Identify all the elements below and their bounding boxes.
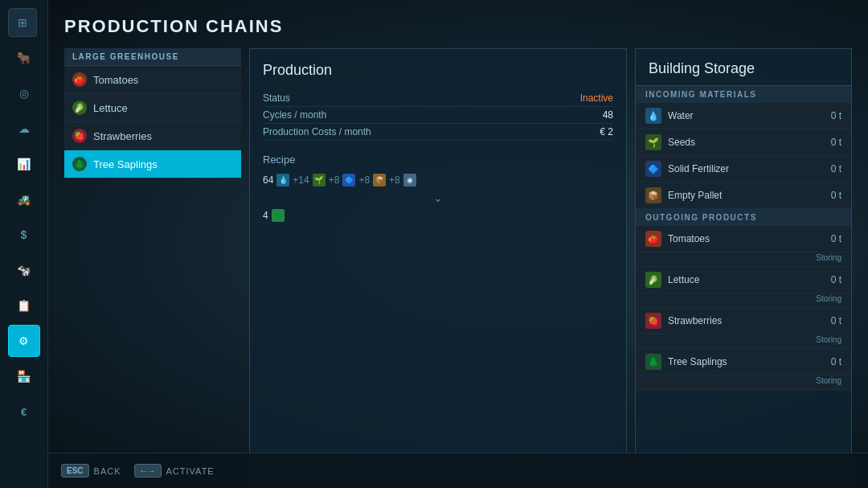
strawberries-out-value: 0 t: [831, 315, 841, 326]
recipe-arrow: ⌄: [263, 191, 613, 204]
sidebar-icon-contracts[interactable]: 📋: [8, 289, 40, 322]
ingredient-water-amount: 64: [263, 174, 273, 186]
strawberries-storing-label: Storing: [816, 335, 841, 344]
output-icon: 🌲: [272, 209, 285, 222]
strawberries-icon: 🍓: [72, 129, 87, 143]
costs-value: € 2: [600, 126, 613, 137]
strawberries-out-icon: 🍓: [645, 313, 661, 329]
outgoing-section: OUTGOING PRODUCTS 🍅 Tomatoes 0 t Storing…: [636, 209, 851, 390]
chain-item-lettuce[interactable]: 🥬 Lettuce: [64, 94, 241, 122]
chain-item-tomatoes[interactable]: 🍅 Tomatoes: [64, 66, 241, 94]
fertilizer-value: 0 t: [831, 163, 841, 174]
chain-label-tomatoes: Tomatoes: [93, 74, 138, 86]
saplings-storing-label: Storing: [816, 376, 841, 385]
production-title: Production: [263, 62, 613, 79]
chains-panel: LARGE GREENHOUSE 🍅 Tomatoes 🥬 Lettuce 🍓 …: [64, 48, 241, 488]
page-title: PRODUCTION CHAINS: [64, 16, 852, 37]
sidebar-icon-tractor[interactable]: 🚜: [8, 183, 40, 215]
output-amount: 4: [263, 210, 268, 221]
cycles-value: 48: [603, 109, 613, 121]
ingredient-plus-1: +14: [293, 174, 309, 186]
tomatoes-out-value: 0 t: [831, 233, 841, 244]
sidebar-icon-chart[interactable]: 📊: [8, 148, 40, 180]
saplings-out-value: 0 t: [831, 356, 841, 367]
storage-item-water: 💧 Water 0 t: [636, 103, 851, 129]
incoming-header: INCOMING MATERIALS: [636, 86, 851, 103]
seeds-name: Seeds: [668, 137, 831, 148]
corner-map-icon[interactable]: ⊞: [8, 8, 37, 37]
chain-item-strawberries[interactable]: 🍓 Strawberries: [64, 122, 241, 150]
saplings-out-name: Tree Saplings: [668, 356, 831, 367]
fertilizer-name: Solid Fertilizer: [668, 163, 831, 174]
storage-item-fertilizer: 🔷 Solid Fertilizer 0 t: [636, 156, 851, 182]
production-panel: Production Status Inactive Cycles / mont…: [249, 48, 627, 488]
lettuce-icon: 🥬: [72, 100, 87, 115]
tree-saplings-icon: 🌲: [72, 157, 87, 171]
sidebar: ◻ 🐂 ◎ ☁ 📊 🚜 $ 🐄 📋 ⚙ 🏪 €: [0, 0, 48, 488]
storage-item-lettuce-out: 🥬 Lettuce 0 t: [636, 267, 851, 293]
back-label: BACK: [94, 466, 121, 476]
sidebar-icon-animals[interactable]: 🐂: [8, 42, 40, 74]
recipe-label: Recipe: [263, 154, 613, 166]
pallet-ingredient-icon: 📦: [373, 174, 386, 187]
lettuce-out-value: 0 t: [831, 274, 841, 285]
saplings-out-sub: Storing: [636, 375, 851, 390]
activate-label: ACTIVATE: [166, 466, 215, 476]
chain-label-tree-saplings: Tree Saplings: [93, 158, 158, 170]
sidebar-icon-cattle[interactable]: 🐄: [8, 254, 40, 286]
sidebar-icon-market[interactable]: 🏪: [8, 360, 40, 392]
tomatoes-out-name: Tomatoes: [668, 233, 831, 244]
sidebar-icon-money[interactable]: $: [8, 219, 40, 251]
sidebar-icon-currency[interactable]: €: [8, 396, 40, 428]
pallet-storage-icon: 📦: [645, 187, 661, 203]
lettuce-storing-label: Storing: [816, 294, 841, 303]
main-content: PRODUCTION CHAINS LARGE GREENHOUSE 🍅 Tom…: [48, 0, 868, 488]
seeds-value: 0 t: [831, 137, 841, 148]
activate-button[interactable]: ←→ ACTIVATE: [134, 464, 215, 478]
activate-key-symbol: ←→: [140, 466, 156, 475]
chain-label-strawberries: Strawberries: [93, 130, 152, 142]
tomatoes-storing-label: Storing: [816, 253, 841, 262]
sidebar-icon-weather[interactable]: ☁: [8, 113, 40, 145]
ingredient-plus-3: +8: [358, 174, 370, 186]
back-button[interactable]: ESC BACK: [61, 464, 121, 478]
costs-label: Production Costs / month: [263, 126, 371, 137]
storage-item-tomatoes-out: 🍅 Tomatoes 0 t: [636, 226, 851, 252]
status-value: Inactive: [580, 92, 613, 104]
storage-item-strawberries-out: 🍓 Strawberries 0 t: [636, 308, 851, 334]
outgoing-header: OUTGOING PRODUCTS: [636, 209, 851, 226]
storage-item-pallet: 📦 Empty Pallet 0 t: [636, 182, 851, 209]
sidebar-icon-factory[interactable]: ⚙: [8, 325, 40, 357]
seeds-ingredient-icon: 🌱: [313, 174, 326, 187]
incoming-section: INCOMING MATERIALS 💧 Water 0 t 🌱 Seeds 0…: [636, 86, 851, 209]
cycles-row: Cycles / month 48: [263, 107, 613, 124]
pallet-name: Empty Pallet: [668, 190, 831, 201]
fertilizer-ingredient-icon: 🔷: [342, 174, 355, 187]
storage-panel: Building Storage INCOMING MATERIALS 💧 Wa…: [635, 48, 852, 488]
lettuce-out-name: Lettuce: [668, 274, 831, 285]
activate-key-badge: ←→: [134, 464, 162, 478]
pallet-value: 0 t: [831, 190, 841, 201]
status-label: Status: [263, 92, 290, 104]
strawberries-out-name: Strawberries: [668, 315, 831, 326]
strawberries-out-sub: Storing: [636, 334, 851, 349]
cycles-label: Cycles / month: [263, 109, 326, 121]
chain-item-tree-saplings[interactable]: 🌲 Tree Saplings: [64, 150, 241, 178]
tomatoes-out-sub: Storing: [636, 252, 851, 267]
storage-title: Building Storage: [636, 49, 851, 86]
bottom-bar: ESC BACK ←→ ACTIVATE: [48, 453, 868, 488]
sidebar-icon-steering[interactable]: ◎: [8, 77, 40, 109]
recipe-section: Recipe 64 💧 +14 🌱 +8 🔷 +8 📦 +8 ◉ ⌄ 4 🌲: [263, 154, 613, 222]
ingredient-plus-4: +8: [389, 174, 400, 186]
lettuce-out-sub: Storing: [636, 293, 851, 308]
water-value: 0 t: [831, 110, 841, 121]
status-row: Status Inactive: [263, 90, 613, 107]
water-name: Water: [668, 110, 831, 121]
tomatoes-out-icon: 🍅: [645, 231, 661, 247]
fertilizer-storage-icon: 🔷: [645, 161, 661, 177]
seeds-storage-icon: 🌱: [645, 134, 661, 150]
ingredient-plus-2: +8: [329, 174, 340, 186]
chains-section-header: LARGE GREENHOUSE: [64, 48, 241, 66]
chain-label-lettuce: Lettuce: [93, 102, 128, 114]
misc-ingredient-icon: ◉: [403, 174, 416, 187]
